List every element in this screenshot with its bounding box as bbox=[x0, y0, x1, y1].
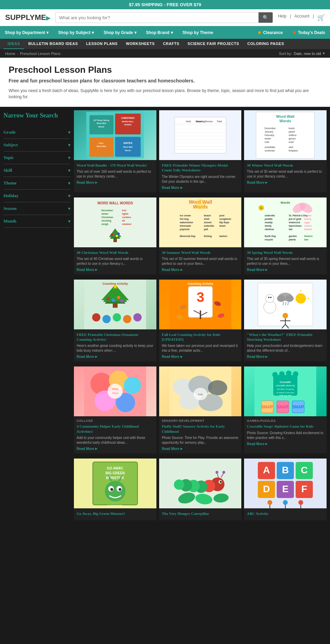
svg-text:garden: garden bbox=[289, 235, 297, 238]
subnav-worksheets[interactable]: Worksheets bbox=[122, 39, 159, 49]
read-more-p8[interactable]: Read More bbox=[162, 355, 239, 359]
svg-point-191 bbox=[293, 371, 298, 377]
filter-month[interactable]: Month ▾ bbox=[3, 215, 70, 228]
product-card-p2[interactable]: Country Gold Silver Bronze Total bbox=[159, 110, 242, 192]
product-image-p1: All Things Spring Word Wall Words CHRIST… bbox=[74, 110, 156, 160]
main-content: Narrow Your Search Grade ▾ Subject ▾ Top… bbox=[0, 107, 330, 529]
nav-grade[interactable]: Shop by Grade ▾ bbox=[99, 26, 141, 39]
svg-text:boots: boots bbox=[289, 127, 295, 129]
filter-topic[interactable]: Topic ▾ bbox=[3, 151, 70, 164]
svg-text:windy: windy bbox=[264, 225, 272, 227]
breadcrumb-home[interactable]: Home bbox=[5, 52, 15, 56]
product-card-p1[interactable]: All Things Spring Word Wall Words CHRIST… bbox=[74, 110, 156, 192]
subnav-lesson-plans[interactable]: Lesson Plans bbox=[82, 39, 122, 49]
svg-point-240 bbox=[267, 500, 272, 505]
read-more-p5[interactable]: Read More bbox=[162, 268, 239, 272]
product-card-p8[interactable]: Counting Activity 3 bbox=[159, 280, 242, 362]
filter-grade-arrow: ▾ bbox=[68, 129, 70, 135]
svg-point-67 bbox=[118, 233, 120, 235]
subnav-science[interactable]: Science Fair Projects bbox=[184, 39, 243, 49]
svg-text:puddle: puddle bbox=[265, 218, 273, 221]
sub-nav: IDEAS Bulletin Board Ideas Lesson Plans … bbox=[0, 39, 330, 49]
read-more-p7[interactable]: Read More bbox=[77, 355, 154, 359]
filter-theme[interactable]: Theme ▾ bbox=[3, 177, 70, 190]
svg-text:recycle: recycle bbox=[265, 238, 273, 241]
subnav-coloring[interactable]: Coloring Pages bbox=[243, 39, 288, 49]
svg-text:popsicle: popsicle bbox=[180, 228, 190, 231]
svg-point-149 bbox=[296, 293, 306, 304]
svg-text:Words: Words bbox=[279, 119, 291, 123]
svg-text:umbrella: umbrella bbox=[265, 214, 275, 217]
read-more-p4[interactable]: Read More bbox=[77, 268, 154, 272]
shipping-text: $7.95 SHIPPING - FREE OVER $79 bbox=[129, 2, 201, 7]
search-button[interactable]: 🔍 bbox=[258, 12, 273, 23]
sort-arrow[interactable]: ▾ bbox=[323, 51, 325, 56]
product-card-p13[interactable]: GO AWAY, BIG GREEN MONSTER! bbox=[74, 459, 156, 520]
product-card-p14[interactable]: The Very Hungry Caterpillar bbox=[159, 459, 242, 520]
read-more-p11[interactable]: Read More bbox=[162, 447, 239, 451]
product-card-p15[interactable]: A B C D E F bbox=[244, 459, 327, 520]
product-card-p4[interactable]: WORD WALL WORDS December winter Christma… bbox=[74, 197, 156, 274]
nav-clearance[interactable]: ● Clearance bbox=[253, 26, 288, 39]
read-more-p1[interactable]: Read More bbox=[77, 181, 154, 184]
svg-text:shell: shell bbox=[204, 218, 209, 220]
svg-point-126 bbox=[120, 299, 124, 303]
nav-subject[interactable]: Shop by Subject ▾ bbox=[53, 26, 99, 39]
filter-theme-arrow: ▾ bbox=[68, 180, 70, 186]
subnav-ideas[interactable]: IDEAS bbox=[3, 39, 24, 49]
svg-point-176 bbox=[208, 380, 227, 395]
product-desc-p11: Photo Source: Time for Play. Provide an … bbox=[162, 436, 239, 445]
nav-theme[interactable]: Shop by Theme bbox=[178, 26, 218, 39]
svg-text:umbrella: umbrella bbox=[204, 225, 214, 227]
read-more-p9[interactable]: Read More bbox=[247, 355, 324, 359]
product-card-p7[interactable]: Counting Activity bbox=[74, 280, 156, 362]
svg-text:All Things Spring: All Things Spring bbox=[94, 119, 110, 121]
product-card-p6[interactable]: Words 🐝 umbrella puddle muddy windy rain… bbox=[244, 197, 327, 274]
product-card-p12[interactable]: Crocodile crocodile down by the lake, I'… bbox=[244, 366, 327, 453]
product-image-p3: Word Wall Words December January Februar… bbox=[244, 110, 327, 160]
sort-value[interactable]: Date, new to old bbox=[294, 52, 321, 56]
svg-point-167 bbox=[124, 377, 141, 394]
svg-text:fishing: fishing bbox=[204, 235, 212, 238]
filter-subject[interactable]: Subject ▾ bbox=[3, 139, 70, 151]
svg-text:what you ate!: what you ate! bbox=[279, 394, 292, 396]
svg-text:Silver: Silver bbox=[196, 120, 202, 123]
product-card-p10[interactable]: Stop Slow COLLAGE 4 Community Helper Ear… bbox=[74, 366, 156, 453]
read-more-p2[interactable]: Read More bbox=[162, 186, 239, 190]
nav-bar: Shop by Department ▾ Shop by Subject ▾ S… bbox=[0, 26, 330, 39]
product-card-p11[interactable]: fluffy SENSORY-DEVELOPMENT Fluffy Stuff!… bbox=[159, 366, 242, 453]
filter-skill-arrow: ▾ bbox=[68, 168, 70, 173]
filter-season[interactable]: Season ▾ bbox=[3, 202, 70, 215]
svg-point-206 bbox=[110, 488, 113, 491]
nav-department[interactable]: Shop by Department ▾ bbox=[0, 26, 53, 39]
logo[interactable]: SUPPLYME▶ bbox=[5, 13, 50, 22]
svg-text:Word Wall: Word Wall bbox=[97, 122, 106, 124]
search-input[interactable] bbox=[56, 12, 258, 23]
account-link[interactable]: Account bbox=[295, 14, 309, 21]
product-image-p7: Counting Activity bbox=[74, 280, 156, 329]
nav-todays-deals[interactable]: ● Today's Deals bbox=[288, 26, 330, 39]
nav-brand[interactable]: Shop Brand ▾ bbox=[141, 26, 178, 39]
help-link[interactable]: Help bbox=[278, 14, 287, 21]
product-card-p5[interactable]: Word Wall Words ice cream hot dog waterm… bbox=[159, 197, 242, 274]
product-image-p11: fluffy bbox=[159, 366, 242, 416]
subnav-bulletin[interactable]: Bulletin Board Ideas bbox=[24, 39, 82, 49]
read-more-p12[interactable]: Read More bbox=[247, 442, 324, 446]
cart-icon[interactable]: 🛒 bbox=[317, 14, 325, 21]
product-card-p3[interactable]: Word Wall Words December January Februar… bbox=[244, 110, 327, 192]
subnav-crafts[interactable]: Crafts bbox=[159, 39, 184, 49]
product-info-p11: SENSORY-DEVELOPMENT Fluffy Stuff! Sensor… bbox=[159, 416, 242, 453]
svg-text:elf: elf bbox=[122, 219, 125, 222]
product-title-p15: ABC Activity bbox=[247, 511, 324, 516]
svg-text:SNAP: SNAP bbox=[293, 405, 304, 409]
read-more-p10[interactable]: Read More bbox=[77, 447, 154, 451]
filter-holiday[interactable]: Holiday ▾ bbox=[3, 190, 70, 202]
read-more-p3[interactable]: Read More bbox=[247, 181, 324, 184]
read-more-p6[interactable]: Read More bbox=[247, 268, 324, 272]
product-title-p12: Crocodile Snap! Alphabet Game for Kids bbox=[247, 424, 324, 429]
filter-skill[interactable]: Skill ▾ bbox=[3, 164, 70, 177]
filter-grade[interactable]: Grade ▾ bbox=[3, 126, 70, 139]
svg-text:WINTER: WINTER bbox=[123, 142, 132, 144]
svg-text:January: January bbox=[265, 131, 273, 133]
product-card-p9[interactable]: "What's the Weather?" FREE Printable Mat… bbox=[244, 280, 327, 362]
